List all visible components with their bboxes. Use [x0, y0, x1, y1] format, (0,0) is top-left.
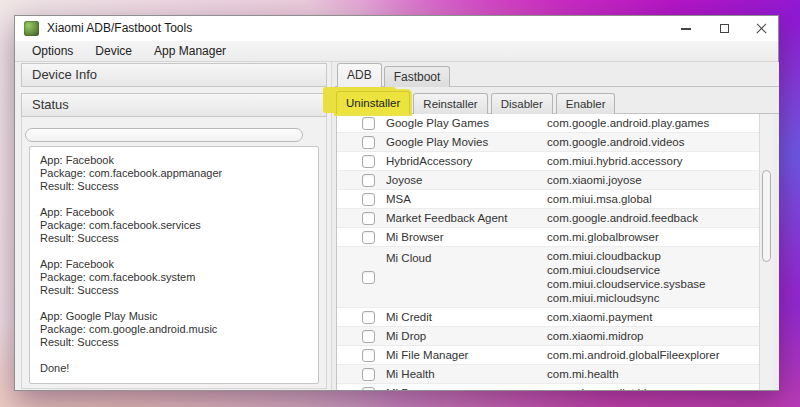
app-packages: com.mi.android.globalFileexplorer	[547, 348, 759, 362]
app-checkbox[interactable]	[362, 174, 375, 187]
app-name: Mi Browser	[376, 231, 547, 243]
minimize-icon	[681, 28, 691, 30]
tab-adb[interactable]: ADB	[337, 63, 382, 87]
menu-item-options[interactable]: Options	[21, 41, 84, 61]
app-row-joyose[interactable]: Joyosecom.xiaomi.joyose	[337, 171, 759, 190]
app-packages: com.mi.health	[547, 367, 759, 381]
app-name: Google Play Games	[376, 117, 547, 129]
close-icon	[756, 23, 767, 34]
app-checkbox[interactable]	[362, 212, 375, 225]
app-checkbox[interactable]	[362, 349, 375, 362]
status-log[interactable]: App: Facebook Package: com.facebook.appm…	[29, 146, 319, 384]
app-checkbox[interactable]	[362, 271, 375, 284]
right-panel: ADBFastboot UninstallerReinstallerDisabl…	[335, 62, 779, 390]
app-row-google-play-games[interactable]: Google Play Gamescom.google.android.play…	[337, 114, 759, 133]
app-packages: com.miui.hybrid.accessory	[547, 154, 759, 168]
app-packages: com.google.android.feedback	[547, 211, 759, 225]
minimize-button[interactable]	[673, 16, 699, 41]
app-checkbox[interactable]	[362, 368, 375, 381]
subtab-enabler[interactable]: Enabler	[556, 93, 616, 114]
title-bar[interactable]: Xiaomi ADB/Fastboot Tools	[15, 16, 778, 41]
app-checkbox[interactable]	[362, 193, 375, 206]
subtab-uninstaller[interactable]: Uninstaller	[336, 91, 410, 114]
close-button[interactable]	[748, 16, 774, 41]
app-packages: com.mipay.wallet.id	[547, 386, 759, 390]
progress-bar	[25, 128, 303, 142]
app-name: Mi Drop	[376, 330, 547, 342]
subtab-reinstaller[interactable]: Reinstaller	[413, 93, 487, 114]
app-name: Market Feedback Agent	[376, 212, 547, 224]
app-name: HybridAccessory	[376, 155, 547, 167]
app-row-mi-credit[interactable]: Mi Creditcom.xiaomi.payment	[337, 308, 759, 327]
left-panel: Device Info Status App: Facebook Package…	[15, 62, 331, 390]
app-packages: com.xiaomi.midrop	[547, 329, 759, 343]
subtab-disabler[interactable]: Disabler	[491, 93, 553, 114]
app-packages: com.xiaomi.joyose	[547, 173, 759, 187]
app-row-hybridaccessory[interactable]: HybridAccessorycom.miui.hybrid.accessory	[337, 152, 759, 171]
app-checkbox[interactable]	[362, 136, 375, 149]
device-info-header[interactable]: Device Info	[21, 63, 327, 87]
menu-item-app-manager[interactable]: App Manager	[143, 41, 237, 61]
app-row-mi-health[interactable]: Mi Healthcom.mi.health	[337, 365, 759, 384]
app-checkbox[interactable]	[362, 330, 375, 343]
menu-bar: OptionsDeviceApp Manager	[15, 41, 778, 62]
app-list[interactable]: Google Play Gamescom.google.android.play…	[336, 114, 759, 390]
app-row-msa[interactable]: MSAcom.miui.msa.global	[337, 190, 759, 209]
subtab-strip: UninstallerReinstallerDisablerEnabler	[336, 90, 615, 114]
maximize-button[interactable]	[711, 16, 737, 41]
window-title: Xiaomi ADB/Fastboot Tools	[47, 16, 192, 41]
maximize-icon	[720, 24, 729, 33]
app-name: Mi Health	[376, 368, 547, 380]
app-row-mi-cloud[interactable]: Mi Cloudcom.miui.cloudbackupcom.miui.clo…	[337, 247, 759, 308]
app-checkbox[interactable]	[362, 311, 375, 324]
main-tab-strip: ADBFastboot	[337, 63, 450, 87]
app-name: Joyose	[376, 174, 547, 186]
tab-fastboot[interactable]: Fastboot	[384, 66, 451, 87]
app-name: Mi Cloud	[376, 249, 547, 264]
app-icon	[24, 21, 39, 36]
app-row-mi-pay[interactable]: Mi Paycom.mipay.wallet.id	[337, 384, 759, 390]
app-packages: com.mi.globalbrowser	[547, 230, 759, 244]
app-window: Xiaomi ADB/Fastboot Tools OptionsDeviceA…	[14, 15, 779, 391]
app-packages: com.miui.msa.global	[547, 192, 759, 206]
app-row-mi-drop[interactable]: Mi Dropcom.xiaomi.midrop	[337, 327, 759, 346]
app-name: Google Play Movies	[376, 136, 547, 148]
app-row-mi-browser[interactable]: Mi Browsercom.mi.globalbrowser	[337, 228, 759, 247]
app-checkbox[interactable]	[362, 231, 375, 244]
app-packages: com.xiaomi.payment	[547, 310, 759, 324]
menu-item-device[interactable]: Device	[84, 41, 143, 61]
app-name: Mi Credit	[376, 311, 547, 323]
app-row-mi-file-manager[interactable]: Mi File Managercom.mi.android.globalFile…	[337, 346, 759, 365]
app-packages: com.miui.cloudbackupcom.miui.cloudservic…	[547, 249, 759, 305]
status-header[interactable]: Status	[21, 93, 327, 117]
app-row-market-feedback-agent[interactable]: Market Feedback Agentcom.google.android.…	[337, 209, 759, 228]
app-checkbox[interactable]	[362, 387, 375, 391]
app-name: Mi File Manager	[376, 349, 547, 361]
app-checkbox[interactable]	[362, 155, 375, 168]
app-row-google-play-movies[interactable]: Google Play Moviescom.google.android.vid…	[337, 133, 759, 152]
scrollbar-thumb[interactable]	[762, 170, 771, 262]
app-packages: com.google.android.videos	[547, 135, 759, 149]
app-name: Mi Pay	[376, 387, 547, 390]
app-name: MSA	[376, 193, 547, 205]
app-checkbox[interactable]	[362, 117, 375, 130]
app-packages: com.google.android.play.games	[547, 116, 759, 130]
list-scrollbar[interactable]	[759, 114, 773, 390]
